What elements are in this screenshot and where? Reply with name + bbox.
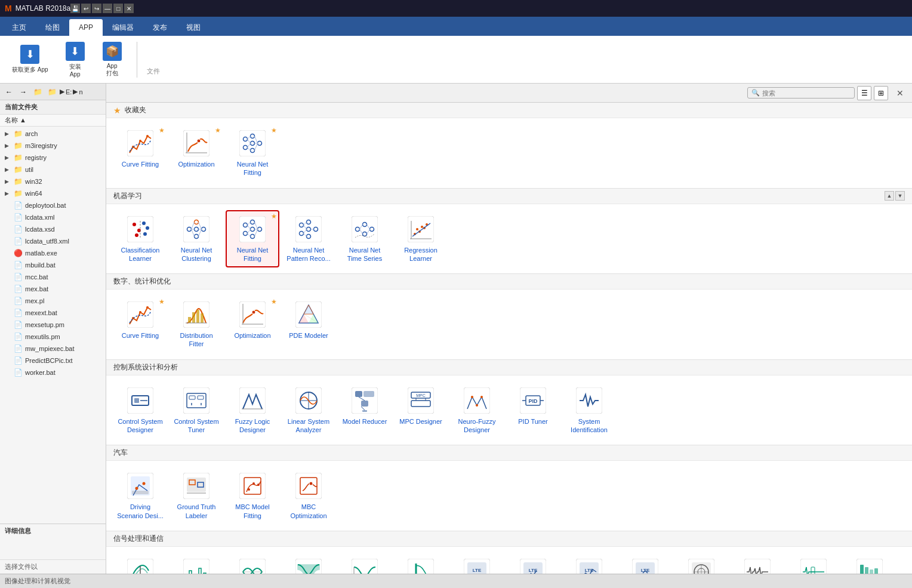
app-linear-system[interactable]: Linear System Analyzer (282, 381, 335, 439)
tab-publish[interactable]: 发布 (143, 19, 177, 36)
file-mexext[interactable]: 📄 mexext.bat (0, 307, 106, 319)
svg-point-154 (143, 482, 146, 485)
app-lte-test-model[interactable]: LTE LTE Test Model Generator (506, 553, 560, 574)
file-mexutils[interactable]: 📄 mexutils.pm (0, 331, 106, 343)
app-ground-truth[interactable]: Ground Truth Labeler (170, 467, 223, 525)
folder-icon[interactable]: 📁 (31, 85, 44, 98)
undo-btn[interactable]: ↩ (81, 4, 91, 13)
app-curve-fitting-fav[interactable]: ★ Curve Fitti (113, 124, 167, 182)
app-control-system-tuner[interactable]: Control System Tuner (170, 381, 223, 439)
folder-m3iregistry[interactable]: ▶ 📁 m3iregistry (0, 140, 106, 152)
app-sensor-array[interactable]: Sensor Array Analyzer (843, 553, 896, 574)
app-curve-fitting-math[interactable]: ★ Curve Fitting (113, 295, 167, 353)
app-regression-learner[interactable]: Regression Learner (394, 210, 448, 268)
file-deploytool[interactable]: 📄 deploytool.bat (0, 199, 106, 211)
app-filter-designer[interactable]: Filter Designer (338, 553, 392, 574)
app-distribution-fitter[interactable]: Distribution Fitter (170, 295, 223, 353)
app-lte-downlink[interactable]: LTE LTE Downlink RMC Generator (450, 553, 504, 574)
tab-editor[interactable]: 编辑器 (103, 19, 143, 36)
arrow-up[interactable]: ▲ (885, 191, 894, 201)
col-header[interactable]: 名称 ▲ (0, 115, 106, 127)
app-mbc-model[interactable]: MBC Model Fitting (226, 467, 279, 525)
app-impulse-response[interactable]: Impulse Response Me... (394, 553, 448, 574)
folder-win64[interactable]: ▶ 📁 win64 (0, 187, 106, 199)
app-neuro-fuzzy[interactable]: Neuro-Fuzzy Designer (450, 381, 504, 439)
file-mcc[interactable]: 📄 mcc.bat (0, 271, 106, 283)
file-lcdata-xml[interactable]: 📄 lcdata.xml (0, 211, 106, 223)
file-mexsetup[interactable]: 📄 mexsetup.pm (0, 319, 106, 331)
file-predictbcpic[interactable]: 📄 PredictBCPic.txt (0, 355, 106, 367)
folder2-icon[interactable]: 📁 (45, 85, 58, 98)
star-icon[interactable]: ★ (215, 127, 221, 134)
ribbon-group-label: 文件 (147, 67, 160, 76)
star-icon[interactable]: ★ (271, 213, 277, 220)
star-icon[interactable]: ★ (159, 127, 165, 134)
file-matlab-exe[interactable]: 🔴 matlab.exe (0, 247, 106, 259)
folder-arch[interactable]: ▶ 📁 arch (0, 128, 106, 140)
minimize-btn[interactable]: — (103, 4, 112, 13)
star-icon[interactable]: ★ (159, 298, 165, 306)
file-mex-pl[interactable]: 📄 mex.pl (0, 295, 106, 307)
app-pid-tuner[interactable]: PID PID Tuner (506, 381, 560, 439)
app-filter-builder[interactable]: Filter Builder (282, 553, 335, 574)
arrow-down[interactable]: ▼ (895, 191, 905, 201)
app-neural-net-time-series[interactable]: Neural Net Time Series (338, 210, 392, 268)
app-control-system-designer[interactable]: Control System Designer (113, 381, 167, 439)
star-icon[interactable]: ★ (271, 127, 277, 134)
app-fuzzy-logic[interactable]: Fuzzy Logic Designer (226, 381, 279, 439)
close-btn[interactable]: ✕ (124, 4, 134, 13)
file-mw-mpiexec[interactable]: 📄 mw_mpiexec.bat (0, 343, 106, 355)
folder-registry[interactable]: ▶ 📁 registry (0, 152, 106, 164)
app-driving-scenario[interactable]: Driving Scenario Desi... (113, 467, 167, 525)
list-view-btn[interactable]: ☰ (857, 86, 871, 100)
grid-view-btn[interactable]: ⊞ (874, 86, 888, 100)
file-name: worker.bat (25, 369, 56, 376)
file-mbuild[interactable]: 📄 mbuild.bat (0, 259, 106, 271)
app-pde-modeler[interactable]: PDE Modeler (282, 295, 335, 353)
app-eye-diagram[interactable]: Eye Diagram Scope (226, 553, 279, 574)
app-system-id[interactable]: System Identification (562, 381, 616, 439)
bit-error-rate-icon (182, 558, 211, 574)
app-content[interactable]: ★ 收藏夹 ★ (106, 103, 912, 574)
tab-app[interactable]: APP (69, 19, 103, 36)
tab-view[interactable]: 视图 (177, 19, 210, 36)
app-rf-budget[interactable]: RF Budget Analyzer (787, 553, 840, 574)
app-neural-net-clustering[interactable]: Neural Net Clustering (170, 210, 223, 268)
app-classification-learner[interactable]: Classification Learner (113, 210, 167, 268)
app-radar-waveform[interactable]: Radar Waveform An... (731, 553, 784, 574)
get-more-apps-button[interactable]: ⬇ 获取更多 App (7, 42, 53, 76)
app-neural-net-fitting[interactable]: ★ (226, 210, 279, 268)
folder-util[interactable]: ▶ 📁 util (0, 164, 106, 176)
file-worker[interactable]: 📄 worker.bat (0, 367, 106, 378)
app-mpc-designer[interactable]: MPC MPC Designer (394, 381, 448, 439)
file-lcdata-utf8[interactable]: 📄 lcdata_utf8.xml (0, 235, 106, 247)
forward-btn[interactable]: → (17, 85, 30, 98)
file-mex[interactable]: 📄 mex.bat (0, 283, 106, 295)
search-input[interactable] (762, 90, 851, 97)
app-optimization-fav[interactable]: ★ Optimization (170, 124, 223, 182)
app-optimization-math[interactable]: ★ Optimization (226, 295, 279, 353)
app-lte-throughput[interactable]: LTE LTE Throughput Analyzer (562, 553, 616, 574)
app-bit-error-rate[interactable]: Bit Error Rate Analysis (170, 553, 223, 574)
install-app-button[interactable]: ⬇ 安装App (60, 39, 90, 80)
app-antenna-designer[interactable]: Antenna Designer (113, 553, 167, 574)
redo-btn[interactable]: ↪ (92, 4, 101, 13)
app-radar-equation[interactable]: Radar Equation Calculator (674, 553, 728, 574)
folder-win32[interactable]: ▶ 📁 win32 (0, 176, 106, 187)
neural-net-fitting-icon (238, 129, 267, 158)
back-btn[interactable]: ← (2, 85, 16, 98)
package-app-button[interactable]: 📦 App打包 (97, 39, 127, 80)
app-neural-net-fitting-fav[interactable]: ★ (226, 124, 279, 182)
save-btn[interactable]: 💾 (70, 4, 80, 13)
browser-close-btn[interactable]: ✕ (893, 86, 907, 100)
file-lcdata-xsd[interactable]: 📄 lcdata.xsd (0, 223, 106, 235)
app-mbc-optimization[interactable]: MBC Optimization (282, 467, 335, 525)
app-neural-net-pattern[interactable]: Neural Net Pattern Reco... (282, 210, 335, 268)
tab-plot[interactable]: 绘图 (36, 19, 69, 36)
maximize-btn[interactable]: □ (113, 4, 123, 13)
app-lte-uplink[interactable]: LTE LTE Uplink RMC Generator (618, 553, 672, 574)
app-model-reducer[interactable]: Model Reducer (338, 381, 392, 439)
section-header-ml: 机器学习 ▲ ▼ (106, 189, 912, 204)
tab-home[interactable]: 主页 (2, 19, 36, 36)
star-icon[interactable]: ★ (271, 298, 277, 306)
